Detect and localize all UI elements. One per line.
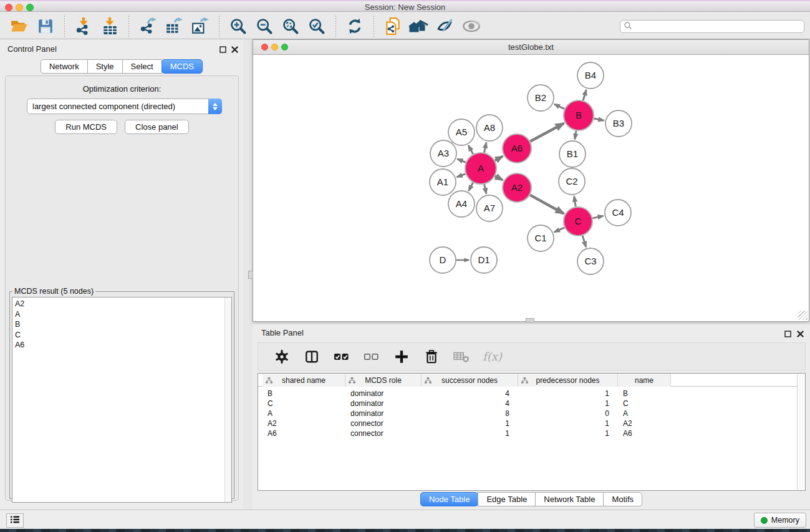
table-cell[interactable]: 4 — [422, 389, 518, 399]
first-neighbors-icon[interactable] — [408, 16, 430, 37]
save-session-icon[interactable] — [35, 16, 56, 37]
column-header-shared-name[interactable]: shared name — [263, 374, 345, 387]
table-cell[interactable]: 1 — [518, 389, 618, 399]
table-cell[interactable]: 0 — [518, 409, 618, 418]
table-row[interactable]: Cdominator41C — [258, 399, 805, 409]
mcds-result-item[interactable]: B — [15, 319, 231, 330]
table-cell[interactable]: A2 — [263, 418, 345, 428]
column-header-predecessor-nodes[interactable]: predecessor nodes — [518, 374, 618, 387]
tab-network[interactable]: Network — [41, 59, 88, 74]
column-header-name[interactable]: name — [618, 374, 671, 387]
edge-A-A1[interactable] — [457, 174, 466, 177]
edge-A-A6[interactable] — [495, 157, 503, 161]
edge-B-B1[interactable] — [575, 131, 576, 140]
network-canvas[interactable]: B4B2BB3A8A5A6A3B1AA1C2A2A4A7C4CC1C3DD1 — [253, 55, 809, 321]
table-cell[interactable]: connector — [345, 418, 422, 428]
table-cell[interactable]: C — [263, 399, 345, 409]
table-cell[interactable]: 1 — [518, 418, 618, 428]
column-header-MCDS-role[interactable]: MCDS role — [345, 374, 422, 387]
splitter-handle[interactable] — [248, 271, 253, 279]
export-image-icon[interactable] — [190, 16, 211, 37]
deselect-all-checks-icon[interactable] — [361, 346, 382, 367]
refresh-layout-icon[interactable] — [344, 16, 365, 37]
edge-B-B2[interactable] — [554, 104, 565, 109]
import-table-icon[interactable] — [99, 16, 120, 37]
table-cell[interactable]: A — [263, 409, 345, 418]
table-cell[interactable]: 1 — [422, 418, 518, 428]
open-file-icon[interactable] — [9, 16, 30, 37]
mcds-result-item[interactable]: A6 — [15, 340, 231, 351]
float-panel-icon[interactable] — [219, 44, 226, 56]
table-cell[interactable]: C — [618, 399, 671, 409]
table-cell[interactable]: 1 — [518, 428, 618, 438]
edge-A-A3[interactable] — [457, 159, 466, 162]
table-cell[interactable]: A — [618, 409, 671, 418]
mcds-result-item[interactable]: A — [15, 309, 231, 320]
task-history-button[interactable] — [6, 513, 24, 528]
tab-motifs[interactable]: Motifs — [603, 492, 642, 506]
edge-A-A4[interactable] — [469, 183, 473, 191]
edge-A2-C[interactable] — [530, 195, 564, 214]
edge-A-A8[interactable] — [485, 143, 486, 153]
table-cell[interactable]: dominator — [345, 389, 422, 399]
tab-style[interactable]: Style — [87, 59, 123, 74]
table-cell[interactable]: 1 — [518, 399, 618, 409]
annotations-icon[interactable] — [435, 16, 456, 37]
close-panel-icon[interactable] — [797, 329, 804, 340]
delete-columns-icon[interactable] — [421, 346, 442, 367]
tab-select[interactable]: Select — [122, 59, 162, 74]
close-panel-icon[interactable] — [231, 44, 238, 56]
mcds-result-list[interactable]: A2ABCA6 — [12, 297, 232, 503]
search-field[interactable] — [620, 20, 804, 33]
zoom-in-icon[interactable] — [228, 16, 249, 37]
run-mcds-button[interactable]: Run MCDS — [55, 120, 117, 134]
duplicate-network-icon[interactable] — [382, 16, 403, 37]
mcds-list-scrollbar[interactable] — [224, 297, 231, 502]
float-panel-icon[interactable] — [784, 329, 791, 340]
zoom-selected-icon[interactable] — [306, 16, 327, 37]
table-cell[interactable]: A2 — [618, 418, 671, 428]
optimization-criterion-select[interactable]: largest connected component (directed) — [27, 99, 222, 114]
select-all-checks-icon[interactable] — [331, 346, 352, 367]
table-cell[interactable]: A6 — [618, 428, 671, 438]
table-row[interactable]: A6connector11A6 — [258, 428, 805, 438]
edge-C-C4[interactable] — [592, 216, 603, 218]
edge-B-B3[interactable] — [594, 118, 604, 120]
tab-mcds[interactable]: MCDS — [162, 59, 203, 74]
table-cell[interactable]: connector — [345, 428, 422, 438]
table-row[interactable]: Adominator80A — [258, 409, 805, 418]
table-cell[interactable]: 8 — [422, 409, 518, 418]
edge-C-C2[interactable] — [574, 196, 576, 207]
table-cell[interactable]: 4 — [422, 399, 518, 409]
zoom-fit-icon[interactable] — [280, 16, 301, 37]
mcds-result-item[interactable]: A2 — [15, 299, 231, 309]
add-column-icon[interactable] — [391, 346, 412, 367]
close-panel-button[interactable]: Close panel — [125, 120, 189, 134]
show-columns-icon[interactable] — [301, 346, 322, 367]
search-input[interactable] — [632, 21, 804, 32]
memory-button[interactable]: Memory — [754, 513, 806, 528]
table-cell[interactable]: dominator — [345, 399, 422, 409]
column-header-successor-nodes[interactable]: successor nodes — [422, 374, 518, 387]
table-cell[interactable]: dominator — [345, 409, 422, 418]
edge-A-A5[interactable] — [468, 145, 473, 154]
tab-node-table[interactable]: Node Table — [420, 492, 479, 506]
show-hide-icon[interactable] — [461, 16, 482, 37]
export-table-icon[interactable] — [163, 16, 185, 37]
export-network-icon[interactable] — [137, 16, 158, 37]
tab-edge-table[interactable]: Edge Table — [478, 492, 536, 506]
import-network-icon[interactable] — [73, 16, 94, 37]
edge-A-A2[interactable] — [495, 176, 503, 180]
table-cell[interactable]: A6 — [263, 428, 345, 438]
edge-C-C1[interactable] — [554, 228, 564, 232]
table-row[interactable]: Bdominator41B — [258, 389, 805, 399]
table-row[interactable]: A2connector11A2 — [258, 418, 805, 428]
table-cell[interactable]: 1 — [422, 428, 518, 438]
edge-C-C3[interactable] — [582, 236, 586, 247]
table-scrollbar[interactable] — [797, 374, 805, 490]
table-cell[interactable]: B — [618, 389, 671, 399]
zoom-out-icon[interactable] — [254, 16, 275, 37]
resize-grip-icon[interactable] — [798, 311, 808, 320]
edge-B-B4[interactable] — [583, 90, 586, 100]
mcds-result-item[interactable]: C — [15, 330, 231, 341]
